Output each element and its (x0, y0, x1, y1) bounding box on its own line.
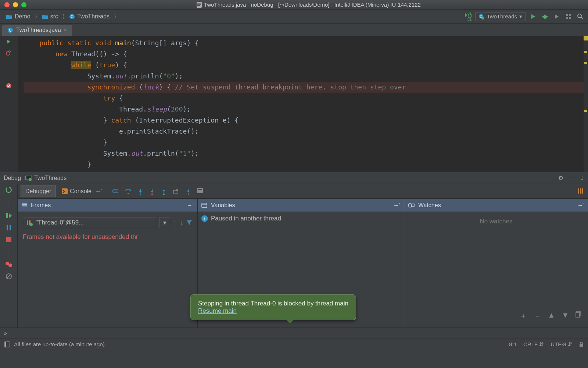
expand-icon[interactable]: » (4, 330, 7, 337)
thread-dump-button[interactable] (577, 188, 584, 195)
variables-icon (201, 202, 207, 208)
breakpoint-icon[interactable] (6, 83, 12, 89)
run-config-selector[interactable]: C TwoThreads ▾ (475, 12, 526, 21)
search-button[interactable] (576, 13, 584, 21)
debugger-tabs: Debugger Console →' (18, 184, 588, 199)
svg-rect-50 (22, 205, 27, 206)
chevron-down-icon: ▾ (163, 219, 166, 227)
copy-watch-button[interactable] (576, 311, 581, 321)
svg-rect-59 (576, 312, 580, 317)
crumb-project[interactable]: Demo (4, 13, 33, 21)
tab-twothreads[interactable]: C TwoThreads.java × (2, 25, 72, 36)
restore-layout-icon[interactable]: →' (577, 202, 584, 209)
thread-dropdown-button[interactable]: ▾ (159, 217, 170, 228)
step-into-button[interactable] (137, 188, 143, 195)
minimize-tw-icon[interactable]: — (569, 174, 574, 181)
gutter[interactable] (0, 36, 18, 172)
expand-bar[interactable]: » (0, 328, 588, 339)
console-icon (62, 188, 68, 194)
error-stripe[interactable] (584, 36, 588, 172)
svg-rect-41 (163, 194, 165, 195)
svg-rect-42 (173, 190, 178, 193)
frames-message: Frames not available for unsuspended thr (21, 230, 194, 244)
svg-rect-28 (10, 225, 11, 230)
crumb-src[interactable]: src (39, 13, 60, 21)
file-icon (197, 2, 202, 8)
settings-icon[interactable]: ⚙ (558, 174, 563, 181)
watches-pane: Watches →' No watches (404, 199, 588, 328)
svg-rect-13 (566, 14, 568, 16)
navbar-right: 011001 C TwoThreads ▾ (464, 12, 584, 21)
tool-windows-icon[interactable] (4, 342, 10, 347)
step-over-button[interactable] (125, 188, 132, 195)
svg-rect-37 (113, 192, 118, 193)
drop-frame-button[interactable] (173, 188, 179, 195)
close-tab-icon[interactable]: × (64, 27, 67, 33)
code-area[interactable]: public static void main(String[] args) {… (18, 36, 588, 172)
show-exec-point-button[interactable] (112, 188, 119, 195)
coverage-button[interactable] (553, 13, 561, 21)
tab-debugger[interactable]: Debugger (21, 185, 56, 197)
folder-icon (6, 14, 12, 19)
run-gutter-icon[interactable] (7, 39, 11, 44)
info-icon: i (201, 215, 208, 222)
breadcrumb: Demo ⟩ src ⟩ C TwoThreads ⟩ (4, 13, 117, 21)
svg-rect-62 (580, 344, 583, 347)
debug-button[interactable] (541, 13, 549, 21)
run-config-icon (25, 175, 32, 181)
run-to-cursor-button[interactable] (185, 188, 191, 195)
status-message: All files are up-to-date (a minute ago) (14, 341, 105, 347)
project-structure-button[interactable] (564, 13, 573, 21)
rerun-button[interactable] (5, 186, 12, 194)
remove-watch-button[interactable]: － (534, 311, 541, 321)
svg-text:C: C (71, 14, 74, 19)
filter-frames-button[interactable] (186, 220, 192, 226)
add-watch-button[interactable]: ＋ (520, 311, 527, 321)
dock-icon[interactable]: ⤓ (580, 174, 584, 181)
tab-console[interactable]: Console →' (57, 186, 107, 197)
breakpoints-button[interactable] (5, 261, 12, 267)
minimize-window-button[interactable] (13, 2, 18, 7)
line-separator[interactable]: CRLF ⇵ (523, 341, 544, 348)
mute-breakpoints-button[interactable] (6, 273, 12, 280)
run-button[interactable] (529, 13, 537, 21)
stop-button[interactable] (6, 237, 12, 243)
svg-rect-35 (113, 189, 118, 190)
step-out-button[interactable] (161, 188, 167, 195)
thread-icon (26, 219, 33, 226)
close-window-button[interactable] (4, 2, 10, 7)
editor[interactable]: public static void main(String[] args) {… (0, 36, 588, 172)
resume-button[interactable] (6, 212, 12, 219)
chevron-down-icon: ▾ (519, 13, 522, 20)
svg-point-25 (29, 178, 32, 181)
lock-icon[interactable] (579, 342, 584, 347)
svg-rect-16 (569, 17, 571, 19)
next-frame-button[interactable]: ↓ (180, 219, 183, 227)
restore-layout-icon[interactable]: →' (393, 202, 400, 209)
caret-position[interactable]: 8:1 (509, 341, 517, 347)
move-up-button[interactable]: ▲ (548, 311, 555, 321)
resume-main-link[interactable]: Resume main (198, 307, 237, 314)
thread-selector: "Thread-0"@59... ▾ ↑ ↓ (21, 215, 194, 230)
thread-dropdown[interactable]: "Thread-0"@59... (23, 217, 156, 228)
svg-point-9 (543, 15, 547, 19)
class-icon: C (69, 14, 75, 20)
svg-point-22 (6, 83, 11, 88)
crumb-class[interactable]: C TwoThreads (67, 13, 112, 21)
svg-point-17 (578, 14, 581, 18)
evaluate-button[interactable] (197, 188, 203, 195)
make-project-icon[interactable]: 011001 (464, 12, 472, 21)
file-encoding[interactable]: UTF-8 ⇵ (551, 341, 573, 348)
prev-frame-button[interactable]: ↑ (173, 219, 177, 227)
svg-rect-0 (197, 2, 202, 8)
pause-button[interactable] (6, 225, 12, 231)
force-step-into-button[interactable] (149, 188, 155, 195)
svg-rect-2 (197, 4, 201, 5)
svg-rect-54 (202, 203, 207, 208)
move-down-button[interactable]: ▼ (562, 311, 569, 321)
zoom-window-button[interactable] (21, 2, 26, 7)
restore-layout-icon[interactable]: →' (187, 202, 194, 209)
svg-rect-46 (578, 188, 579, 194)
window-title: TwoThreads.java - noDebug - [~/Downloads… (34, 1, 584, 8)
override-icon[interactable] (6, 50, 12, 56)
